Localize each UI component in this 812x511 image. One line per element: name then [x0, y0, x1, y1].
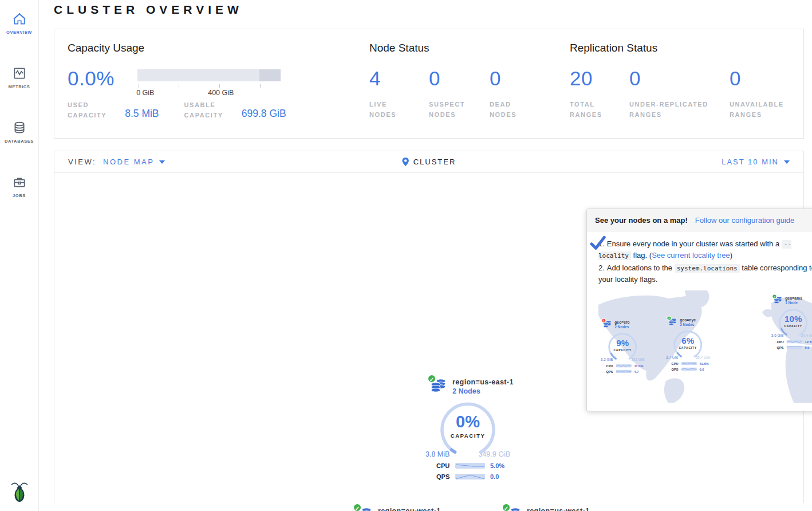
capacity-gauge: 0% CAPACITY: [438, 400, 498, 449]
chevron-down-icon: [784, 160, 790, 164]
capacity-percent: 6%: [672, 336, 703, 345]
node-card-eu-west-1[interactable]: ✓ region=eu-west-1 1 Node: [345, 507, 442, 511]
region-label: region=eu-west-1: [378, 507, 441, 511]
usable-capacity-label: USABLECAPACITY: [184, 100, 223, 120]
capacity-usage-title: Capacity Usage: [68, 42, 369, 54]
app-root: OVERVIEW METRICS DATABASES: [0, 0, 812, 511]
example-map-preview: ! geo=sfo 2 Nod: [598, 290, 812, 403]
cpu-sparkline: [455, 463, 485, 469]
sidebar-item-jobs[interactable]: JOBS: [0, 171, 38, 202]
sidebar-item-label: DATABASES: [5, 139, 34, 144]
cpu-row: CPU 5.0%: [436, 462, 517, 469]
capacity-caption: CAPACITY: [778, 324, 809, 328]
sidebar-item-metrics[interactable]: METRICS: [0, 62, 38, 93]
capacity-caption: CAPACITY: [672, 346, 703, 349]
suspect-nodes-stat: 0 SUSPECTNODES: [429, 67, 490, 120]
preview-node-ams: ✓ geo=ams 1 Nod: [768, 296, 812, 349]
replication-status-title: Replication Status: [570, 42, 803, 54]
node-live-badge: ✓: [667, 316, 671, 320]
tooltip-step-1: 1.Ensure every node in your cluster was …: [598, 238, 812, 261]
step-done-check-icon: [590, 236, 607, 251]
capacity-axis-tick: 0 GiB: [136, 89, 154, 97]
preview-node-nyc: ✓ geo=nyc 2 Nod: [663, 318, 713, 371]
capacity-bar: 0 GiB 400 GiB: [137, 69, 281, 90]
view-mode-dropdown[interactable]: NODE MAP: [103, 158, 165, 166]
configuration-guide-link[interactable]: Follow our configuration guide: [695, 216, 794, 225]
time-range-dropdown[interactable]: LAST 10 MIN: [722, 158, 790, 166]
qps-row: QPS 0.0: [672, 367, 714, 371]
capacity-gauge: 9% CAPACITY: [607, 332, 638, 357]
cpu-row: CPU 11.0%: [606, 364, 648, 367]
capacity-gauge: 10% CAPACITY: [778, 308, 809, 333]
capacity-percent: 9%: [607, 338, 638, 348]
briefcase-icon: [12, 175, 27, 190]
tooltip-step-2: 2.Add locations to the system.locations …: [598, 262, 812, 285]
preview-node-sfo: ! geo=sfo 2 Nod: [598, 320, 648, 374]
tooltip-header: See your nodes on a map! Follow our conf…: [587, 209, 812, 231]
database-icon: [12, 120, 27, 135]
used-capacity-value: 8.5 MiB: [125, 108, 159, 120]
under-replicated-ranges-stat: 0 UNDER-REPLICATEDRANGES: [629, 67, 730, 120]
nodes-count: 2 Nodes: [614, 325, 630, 329]
tooltip-body: 1.Ensure every node in your cluster was …: [587, 231, 812, 411]
map-config-tooltip: See your nodes on a map! Follow our conf…: [586, 209, 812, 411]
region-label: geo=sfo: [614, 320, 630, 324]
sidebar-item-databases[interactable]: DATABASES: [0, 117, 38, 147]
cpu-row: CPU 42.6%: [672, 361, 714, 365]
capacity-bar-dark-segment: [259, 69, 281, 81]
capacity-percent: 10%: [778, 314, 809, 324]
node-card-us-east-1[interactable]: ✓ region=us-east-1 2 Nodes: [419, 378, 517, 480]
sidebar-item-label: JOBS: [13, 193, 26, 198]
capacity-used-percent: 0.0%: [68, 67, 115, 90]
metrics-chart-icon: [12, 66, 27, 81]
live-nodes-stat: 4 LIVENODES: [369, 67, 429, 120]
view-label: VIEW:: [68, 158, 96, 166]
usable-capacity-value: 699.8 GiB: [242, 108, 286, 120]
capacity-caption: CAPACITY: [438, 433, 498, 439]
qps-row: QPS 0.0: [436, 473, 517, 480]
main-content: CLUSTER OVERVIEW Capacity Usage 0.0% 0 G…: [39, 0, 812, 511]
node-dead-badge: !: [601, 318, 606, 323]
qps-row: QPS 0.0: [777, 345, 812, 349]
sidebar-item-label: METRICS: [9, 84, 30, 89]
dead-nodes-stat: 0 DEADNODES: [490, 67, 517, 120]
breadcrumb-cluster[interactable]: CLUSTER: [402, 157, 456, 167]
sidebar-item-overview[interactable]: OVERVIEW: [0, 8, 38, 38]
capacity-caption: CAPACITY: [607, 348, 638, 352]
node-status-section: Node Status 4 LIVENODES 0 SUSPECTNODES 0…: [369, 42, 570, 138]
capacity-gauge: 6% CAPACITY: [672, 329, 703, 355]
sidebar: OVERVIEW METRICS DATABASES: [0, 0, 39, 511]
qps-sparkline: [455, 474, 485, 479]
nodes-count: 1 Node: [785, 301, 802, 305]
locality-tree-link[interactable]: See current locality tree: [652, 251, 730, 260]
node-map-panel: VIEW: NODE MAP CLUSTER LAST 10 MIN: [54, 151, 804, 503]
cluster-summary-panel: Capacity Usage 0.0% 0 GiB 400 GiB: [54, 29, 804, 139]
qps-row: QPS 4.7: [606, 370, 648, 373]
capacity-percent: 0%: [438, 412, 498, 431]
system-locations-code: system.locations: [675, 264, 740, 273]
node-map-canvas: ✓ region=us-east-1 2 Nodes: [54, 173, 803, 503]
node-live-badge: ✓: [772, 294, 776, 298]
region-label: region=us-west-1: [527, 507, 590, 511]
region-label: geo=nyc: [680, 318, 696, 322]
nodes-count: 2 Nodes: [452, 387, 514, 395]
region-label: geo=ams: [785, 296, 802, 300]
cpu-row: CPU 12.3%: [777, 340, 812, 343]
chevron-down-icon: [159, 160, 165, 164]
node-live-badge: ✓: [427, 374, 436, 383]
page-title: CLUSTER OVERVIEW: [54, 3, 243, 17]
tooltip-title: See your nodes on a map!: [595, 216, 688, 225]
view-toolbar: VIEW: NODE MAP CLUSTER LAST 10 MIN: [54, 151, 803, 173]
node-live-badge: ✓: [353, 503, 362, 511]
node-status-title: Node Status: [369, 42, 570, 54]
home-icon: [12, 11, 27, 26]
node-card-us-west-1[interactable]: ✓ region=us-west-1 1 Node: [494, 507, 591, 511]
cockroachdb-logo[interactable]: [10, 480, 29, 505]
node-live-badge: ✓: [502, 503, 511, 511]
capacity-usage-section: Capacity Usage 0.0% 0 GiB 400 GiB: [68, 42, 369, 138]
sidebar-item-label: OVERVIEW: [6, 30, 32, 35]
used-capacity-label: USEDCAPACITY: [68, 100, 107, 120]
region-label: region=us-east-1: [452, 378, 514, 386]
capacity-axis-tick: 400 GiB: [208, 89, 234, 97]
replication-status-section: Replication Status 20 TOTALRANGES 0 UNDE…: [570, 42, 803, 138]
